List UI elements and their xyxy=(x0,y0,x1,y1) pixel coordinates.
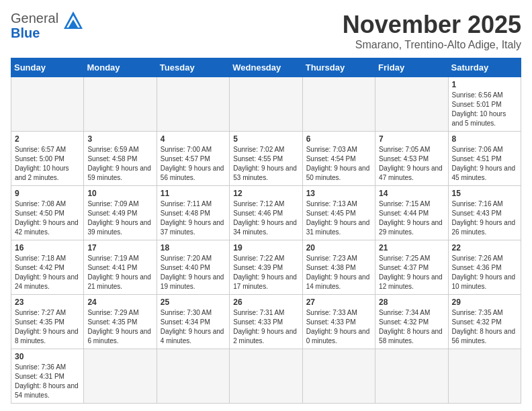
day-number: 20 xyxy=(306,243,371,253)
day-info: Sunrise: 7:18 AM Sunset: 4:42 PM Dayligh… xyxy=(15,254,80,291)
day-number: 5 xyxy=(233,134,298,144)
logo-triangle-icon xyxy=(62,10,84,34)
day-number: 11 xyxy=(161,189,226,198)
calendar-cell xyxy=(11,77,84,132)
day-info: Sunrise: 7:35 AM Sunset: 4:32 PM Dayligh… xyxy=(452,308,517,346)
day-info: Sunrise: 7:26 AM Sunset: 4:36 PM Dayligh… xyxy=(452,254,517,291)
calendar-week-row: 23Sunrise: 7:27 AM Sunset: 4:35 PM Dayli… xyxy=(11,295,521,349)
calendar-cell: 2Sunrise: 6:57 AM Sunset: 5:00 PM Daylig… xyxy=(11,132,84,186)
day-number: 13 xyxy=(306,189,371,198)
weekday-tuesday: Tuesday xyxy=(157,58,229,77)
calendar-cell: 18Sunrise: 7:20 AM Sunset: 4:40 PM Dayli… xyxy=(157,240,229,295)
calendar-cell: 5Sunrise: 7:02 AM Sunset: 4:55 PM Daylig… xyxy=(230,132,302,186)
calendar-cell: 7Sunrise: 7:05 AM Sunset: 4:53 PM Daylig… xyxy=(375,132,448,186)
calendar-cell: 17Sunrise: 7:19 AM Sunset: 4:41 PM Dayli… xyxy=(84,240,157,295)
calendar-cell xyxy=(84,77,157,132)
calendar-week-row: 30Sunrise: 7:36 AM Sunset: 4:31 PM Dayli… xyxy=(11,349,521,404)
day-number: 8 xyxy=(452,134,517,144)
calendar-cell: 29Sunrise: 7:35 AM Sunset: 4:32 PM Dayli… xyxy=(448,295,521,349)
calendar-cell xyxy=(84,349,157,404)
logo-area: General Blue xyxy=(11,11,84,40)
weekday-saturday: Saturday xyxy=(448,58,521,77)
calendar-cell: 15Sunrise: 7:16 AM Sunset: 4:43 PM Dayli… xyxy=(448,186,521,240)
day-number: 7 xyxy=(379,134,444,144)
day-number: 21 xyxy=(379,243,444,253)
calendar-cell: 1Sunrise: 6:56 AM Sunset: 5:01 PM Daylig… xyxy=(448,77,521,132)
calendar-cell: 3Sunrise: 6:59 AM Sunset: 4:58 PM Daylig… xyxy=(84,132,157,186)
calendar-cell: 20Sunrise: 7:23 AM Sunset: 4:38 PM Dayli… xyxy=(302,240,375,295)
day-info: Sunrise: 7:33 AM Sunset: 4:33 PM Dayligh… xyxy=(306,308,371,346)
calendar-cell: 6Sunrise: 7:03 AM Sunset: 4:54 PM Daylig… xyxy=(302,132,375,186)
day-info: Sunrise: 7:08 AM Sunset: 4:50 PM Dayligh… xyxy=(15,199,80,237)
calendar-cell: 8Sunrise: 7:06 AM Sunset: 4:51 PM Daylig… xyxy=(448,132,521,186)
calendar-cell xyxy=(230,349,302,404)
calendar-week-row: 9Sunrise: 7:08 AM Sunset: 4:50 PM Daylig… xyxy=(11,186,521,240)
day-number: 28 xyxy=(379,298,444,307)
day-number: 16 xyxy=(15,243,80,253)
calendar-cell: 28Sunrise: 7:34 AM Sunset: 4:32 PM Dayli… xyxy=(375,295,448,349)
day-number: 12 xyxy=(233,189,298,198)
day-number: 19 xyxy=(233,243,298,253)
calendar-cell: 11Sunrise: 7:11 AM Sunset: 4:48 PM Dayli… xyxy=(157,186,229,240)
day-number: 4 xyxy=(161,134,226,144)
day-info: Sunrise: 6:59 AM Sunset: 4:58 PM Dayligh… xyxy=(87,145,152,183)
calendar-cell: 12Sunrise: 7:12 AM Sunset: 4:46 PM Dayli… xyxy=(230,186,302,240)
day-info: Sunrise: 7:15 AM Sunset: 4:44 PM Dayligh… xyxy=(379,199,444,237)
day-number: 15 xyxy=(452,189,517,198)
day-number: 27 xyxy=(306,298,371,307)
day-number: 9 xyxy=(15,189,80,198)
day-number: 2 xyxy=(15,134,80,144)
calendar-cell: 13Sunrise: 7:13 AM Sunset: 4:45 PM Dayli… xyxy=(302,186,375,240)
day-info: Sunrise: 7:29 AM Sunset: 4:35 PM Dayligh… xyxy=(87,308,152,346)
calendar-cell xyxy=(230,77,302,132)
calendar-cell xyxy=(302,349,375,404)
day-info: Sunrise: 7:23 AM Sunset: 4:38 PM Dayligh… xyxy=(306,254,371,291)
calendar-cell: 16Sunrise: 7:18 AM Sunset: 4:42 PM Dayli… xyxy=(11,240,84,295)
day-info: Sunrise: 7:31 AM Sunset: 4:33 PM Dayligh… xyxy=(233,308,298,346)
day-info: Sunrise: 7:03 AM Sunset: 4:54 PM Dayligh… xyxy=(306,145,371,183)
day-number: 22 xyxy=(452,243,517,253)
day-info: Sunrise: 7:20 AM Sunset: 4:40 PM Dayligh… xyxy=(161,254,226,291)
logo-text: General Blue xyxy=(11,11,58,40)
day-number: 24 xyxy=(87,298,152,307)
day-number: 10 xyxy=(87,189,152,198)
weekday-header-row: SundayMondayTuesdayWednesdayThursdayFrid… xyxy=(11,58,521,77)
calendar-cell: 10Sunrise: 7:09 AM Sunset: 4:49 PM Dayli… xyxy=(84,186,157,240)
calendar-cell xyxy=(448,349,521,404)
day-info: Sunrise: 7:00 AM Sunset: 4:57 PM Dayligh… xyxy=(161,145,226,183)
weekday-friday: Friday xyxy=(375,58,448,77)
day-number: 6 xyxy=(306,134,371,144)
day-number: 17 xyxy=(87,243,152,253)
day-info: Sunrise: 7:34 AM Sunset: 4:32 PM Dayligh… xyxy=(379,308,444,346)
calendar-cell: 14Sunrise: 7:15 AM Sunset: 4:44 PM Dayli… xyxy=(375,186,448,240)
logo-blue: Blue xyxy=(11,26,40,40)
day-info: Sunrise: 7:30 AM Sunset: 4:34 PM Dayligh… xyxy=(161,308,226,346)
calendar-cell xyxy=(157,77,229,132)
calendar-cell: 24Sunrise: 7:29 AM Sunset: 4:35 PM Dayli… xyxy=(84,295,157,349)
title-area: November 2025 Smarano, Trentino-Alto Adi… xyxy=(343,11,521,51)
calendar-week-row: 2Sunrise: 6:57 AM Sunset: 5:00 PM Daylig… xyxy=(11,132,521,186)
logo-general: General xyxy=(11,11,58,26)
day-number: 18 xyxy=(161,243,226,253)
calendar-cell: 27Sunrise: 7:33 AM Sunset: 4:33 PM Dayli… xyxy=(302,295,375,349)
calendar-cell: 21Sunrise: 7:25 AM Sunset: 4:37 PM Dayli… xyxy=(375,240,448,295)
weekday-wednesday: Wednesday xyxy=(230,58,302,77)
calendar-cell xyxy=(375,77,448,132)
calendar-cell: 19Sunrise: 7:22 AM Sunset: 4:39 PM Dayli… xyxy=(230,240,302,295)
day-info: Sunrise: 7:12 AM Sunset: 4:46 PM Dayligh… xyxy=(233,199,298,237)
calendar-week-row: 1Sunrise: 6:56 AM Sunset: 5:01 PM Daylig… xyxy=(11,77,521,132)
calendar-cell: 30Sunrise: 7:36 AM Sunset: 4:31 PM Dayli… xyxy=(11,349,84,404)
day-number: 25 xyxy=(161,298,226,307)
day-info: Sunrise: 7:25 AM Sunset: 4:37 PM Dayligh… xyxy=(379,254,444,291)
day-info: Sunrise: 7:02 AM Sunset: 4:55 PM Dayligh… xyxy=(233,145,298,183)
calendar-cell: 23Sunrise: 7:27 AM Sunset: 4:35 PM Dayli… xyxy=(11,295,84,349)
day-info: Sunrise: 7:05 AM Sunset: 4:53 PM Dayligh… xyxy=(379,145,444,183)
day-info: Sunrise: 6:57 AM Sunset: 5:00 PM Dayligh… xyxy=(15,145,80,183)
day-info: Sunrise: 7:09 AM Sunset: 4:49 PM Dayligh… xyxy=(87,199,152,237)
day-info: Sunrise: 7:19 AM Sunset: 4:41 PM Dayligh… xyxy=(87,254,152,291)
calendar-table: SundayMondayTuesdayWednesdayThursdayFrid… xyxy=(11,58,521,404)
day-info: Sunrise: 7:11 AM Sunset: 4:48 PM Dayligh… xyxy=(161,199,226,237)
calendar-week-row: 16Sunrise: 7:18 AM Sunset: 4:42 PM Dayli… xyxy=(11,240,521,295)
day-info: Sunrise: 6:56 AM Sunset: 5:01 PM Dayligh… xyxy=(452,91,517,128)
day-info: Sunrise: 7:16 AM Sunset: 4:43 PM Dayligh… xyxy=(452,199,517,237)
